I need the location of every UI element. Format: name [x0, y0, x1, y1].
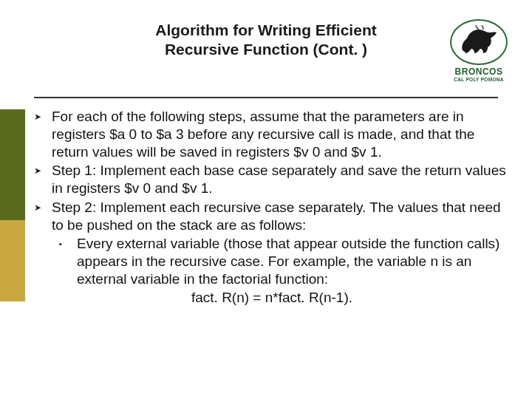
horse-icon: [458, 25, 499, 58]
accent-bar-gold: [0, 220, 25, 301]
content-area: ➤ For each of the following steps, assum…: [34, 108, 510, 306]
logo-brand: BRONCOS: [445, 66, 513, 77]
bullet-marker-icon: ➤: [34, 108, 52, 122]
bullet-item: ➤ Step 2: Implement each recursive case …: [34, 199, 510, 234]
slide: Algorithm for Writing Efficient Recursiv…: [0, 0, 532, 399]
bullet-marker-icon: ➤: [34, 162, 52, 176]
broncos-logo: BRONCOS CAL POLY POMONA: [445, 19, 513, 82]
bullet-item: ➤ For each of the following steps, assum…: [34, 108, 510, 160]
bullet-text: For each of the following steps, assume …: [52, 108, 510, 160]
accent-bar-green: [0, 109, 25, 220]
bullet-item: ➤ Step 1: Implement each base case separ…: [34, 162, 510, 197]
bullet-text: Step 2: Implement each recursive case se…: [52, 199, 510, 234]
formula-text: fact. R(n) = n*fact. R(n-1).: [34, 289, 510, 307]
sub-bullet-text: Every external variable (those that appe…: [77, 235, 510, 287]
slide-title: Algorithm for Writing Efficient Recursiv…: [74, 21, 458, 60]
title-line-1: Algorithm for Writing Efficient: [155, 21, 376, 38]
bullet-text: Step 1: Implement each base case separat…: [52, 162, 510, 197]
title-line-2: Recursive Function (Cont. ): [165, 41, 367, 58]
logo-subbrand: CAL POLY POMONA: [445, 77, 513, 82]
bullet-marker-icon: ➤: [34, 199, 52, 213]
left-accent-bar: [0, 109, 25, 301]
logo-oval: [450, 19, 508, 65]
header-divider: [34, 97, 498, 98]
sub-bullet-item: ▪ Every external variable (those that ap…: [59, 235, 510, 287]
sub-bullet-marker-icon: ▪: [59, 235, 77, 248]
